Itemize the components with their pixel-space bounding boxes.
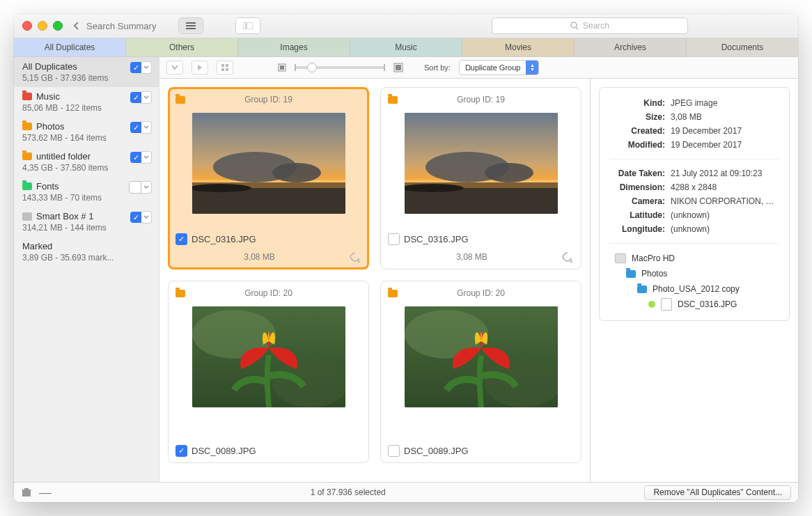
sidebar-item-all-duplicates[interactable]: All Duplicates 5,15 GB - 37.936 items ✓ xyxy=(14,57,159,87)
info-row: Modified:19 December 2017 xyxy=(609,138,779,152)
info-key: Kind: xyxy=(609,96,671,110)
sidebar-item-subtitle: 314,21 MB - 144 items xyxy=(22,223,152,233)
search-placeholder: Search xyxy=(583,21,609,31)
tab-images[interactable]: Images xyxy=(238,38,350,56)
sidebar-item-subtitle: 573,62 MB - 164 items xyxy=(22,133,152,143)
remove-content-button[interactable]: Remove "All Duplicates" Content... xyxy=(644,485,791,500)
info-row: Date Taken:21 July 2012 at 09:10:23 xyxy=(609,166,779,180)
sidebar-item-title: Fonts xyxy=(36,181,59,191)
folder-icon xyxy=(637,286,647,293)
info-value: 19 December 2017 xyxy=(671,124,779,138)
path-row[interactable]: Photo_USA_2012 copy xyxy=(609,281,779,297)
tab-all-duplicates[interactable]: All Duplicates xyxy=(14,38,126,56)
list-view-button[interactable] xyxy=(179,18,203,33)
sidebar-item-smart-box-1[interactable]: Smart Box # 1 314,21 MB - 144 items ✓ xyxy=(14,207,159,237)
remove-icon[interactable]: — xyxy=(39,485,52,500)
card-filename-row: DSC_0316.JPG xyxy=(388,233,574,245)
thumbnail-size-slider[interactable] xyxy=(295,66,385,69)
quicklook-icon[interactable] xyxy=(349,251,361,263)
svg-rect-7 xyxy=(226,68,228,71)
info-value: NIKON CORPORATION, NI... xyxy=(671,194,779,208)
dropdown-chevron-icon[interactable] xyxy=(141,121,152,134)
info-key: Modified: xyxy=(609,138,671,152)
svg-rect-0 xyxy=(243,22,246,29)
checkbox[interactable]: ✓ xyxy=(130,152,141,163)
back-chevron-icon[interactable] xyxy=(72,22,81,30)
select-checkbox[interactable]: ✓ xyxy=(175,233,187,245)
checkbox[interactable]: ✓ xyxy=(130,92,141,103)
tab-movies[interactable]: Movies xyxy=(462,38,575,56)
dropdown-chevron-icon[interactable] xyxy=(141,181,152,194)
path-label: MacPro HD xyxy=(632,251,675,266)
search-field[interactable]: Search xyxy=(492,17,688,34)
path-row[interactable]: MacPro HD xyxy=(609,251,779,266)
sidebar-item-title: Music xyxy=(36,91,60,102)
info-key: Camera: xyxy=(609,194,671,208)
dropdown-chevron-icon[interactable] xyxy=(141,61,152,74)
folder-icon xyxy=(626,270,636,278)
thumbnail[interactable] xyxy=(405,306,558,407)
filename-label: DSC_0316.JPG xyxy=(404,234,469,244)
info-row: Dimension:4288 x 2848 xyxy=(609,180,779,194)
result-card[interactable]: Group ID: 19 ✓ DSC_0316.JPG 3,08 MB xyxy=(168,87,369,269)
select-checkbox[interactable] xyxy=(388,233,400,245)
trash-icon[interactable] xyxy=(21,487,32,497)
back-label[interactable]: Search Summary xyxy=(86,21,156,31)
checkbox[interactable]: ✓ xyxy=(130,212,141,223)
card-header: Group ID: 19 xyxy=(175,95,361,104)
dropdown-chevron-icon[interactable] xyxy=(141,91,152,104)
columns-view-button[interactable] xyxy=(236,18,260,33)
expand-button[interactable] xyxy=(166,61,183,75)
checkbox[interactable]: ✓ xyxy=(130,62,141,73)
close-window-button[interactable] xyxy=(22,21,32,31)
divider xyxy=(609,243,779,244)
path-row[interactable]: Photos xyxy=(609,266,779,281)
thumbnail[interactable] xyxy=(192,306,345,407)
body: All Duplicates 5,15 GB - 37.936 items ✓ … xyxy=(14,57,798,482)
results-grid[interactable]: Group ID: 19 ✓ DSC_0316.JPG 3,08 MB Grou… xyxy=(159,79,590,482)
sidebar-item-photos[interactable]: Photos 573,62 MB - 164 items ✓ xyxy=(14,117,159,147)
zoom-window-button[interactable] xyxy=(53,21,63,31)
thumbnail[interactable] xyxy=(405,113,558,214)
tab-archives[interactable]: Archives xyxy=(575,38,687,56)
checkbox[interactable]: ✓ xyxy=(129,181,141,194)
zoom-in-icon[interactable] xyxy=(393,63,403,72)
main-split: Group ID: 19 ✓ DSC_0316.JPG 3,08 MB Grou… xyxy=(159,79,798,482)
sidebar-item-music[interactable]: Music 85,06 MB - 122 items ✓ xyxy=(14,87,159,117)
sidebar-item-subtitle: 143,33 MB - 70 items xyxy=(22,193,152,203)
play-button[interactable] xyxy=(192,61,208,75)
result-card[interactable]: Group ID: 20 ✓ DSC_0089.JPG xyxy=(168,281,369,463)
select-checkbox[interactable]: ✓ xyxy=(175,445,187,457)
layout-segment xyxy=(235,17,260,34)
group-id-label: Group ID: 20 xyxy=(403,288,559,298)
zoom-out-icon[interactable] xyxy=(278,63,286,72)
sidebar-item-title: Photos xyxy=(36,121,64,132)
card-header: Group ID: 20 xyxy=(388,288,574,298)
sidebar-item-untitled-folder[interactable]: untitled folder 4,35 GB - 37.580 items ✓ xyxy=(14,147,159,177)
sidebar: All Duplicates 5,15 GB - 37.936 items ✓ … xyxy=(14,57,159,482)
result-card[interactable]: Group ID: 19 DSC_0316.JPG 3,08 MB xyxy=(380,87,581,269)
window-controls xyxy=(21,21,63,31)
quicklook-icon[interactable] xyxy=(561,251,574,263)
sort-by-label: Sort by: xyxy=(424,63,451,72)
sidebar-item-fonts[interactable]: Fonts 143,33 MB - 70 items ✓ xyxy=(14,177,159,207)
path-label: DSC_0316.JPG xyxy=(678,297,737,312)
dropdown-chevron-icon[interactable] xyxy=(141,211,152,224)
group-id-label: Group ID: 19 xyxy=(403,95,559,104)
grid-button[interactable] xyxy=(217,61,233,75)
tab-documents[interactable]: Documents xyxy=(687,38,798,56)
tab-others[interactable]: Others xyxy=(126,38,238,56)
checkbox[interactable]: ✓ xyxy=(130,122,141,133)
search-icon xyxy=(570,22,579,30)
dropdown-chevron-icon[interactable] xyxy=(141,151,152,164)
thumbnail[interactable] xyxy=(192,113,345,214)
sidebar-item-marked[interactable]: Marked 3,89 GB - 35.693 mark... xyxy=(14,237,159,267)
tag-dot-icon xyxy=(648,301,655,308)
path-row[interactable]: DSC_0316.JPG xyxy=(609,297,779,312)
sort-select[interactable]: Duplicate Group ▲▼ xyxy=(459,60,540,75)
tab-music[interactable]: Music xyxy=(350,38,462,56)
result-card[interactable]: Group ID: 20 DSC_0089.JPG xyxy=(380,281,581,463)
minimize-window-button[interactable] xyxy=(38,21,47,31)
sort-select-value: Duplicate Group xyxy=(465,63,521,72)
select-checkbox[interactable] xyxy=(388,445,400,457)
